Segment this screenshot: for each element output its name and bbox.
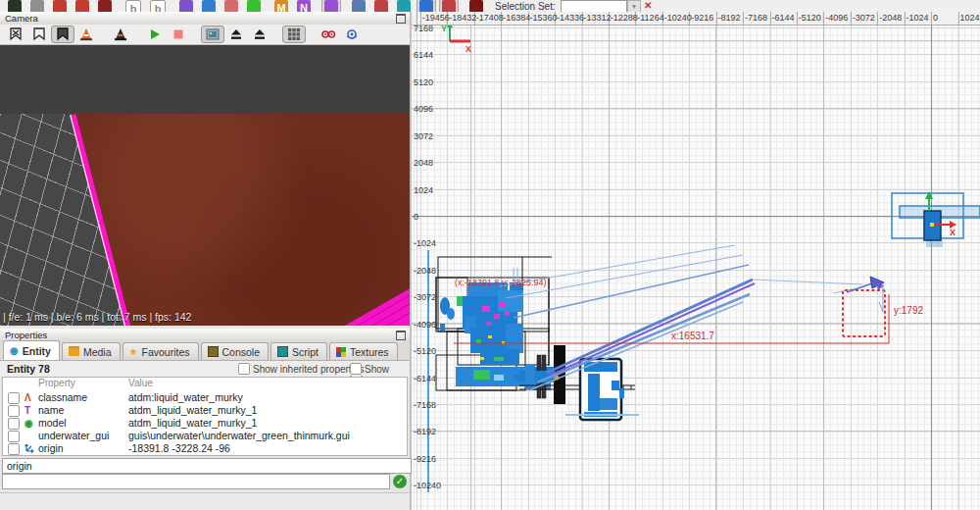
textures-icon (336, 347, 346, 357)
cone-start-button[interactable] (74, 26, 98, 43)
left-ruler-label: 1024 (414, 185, 433, 195)
svg-text:X: X (466, 44, 471, 54)
top-ruler-label: -14336 (557, 13, 584, 23)
top-ruler-label: -1024 (906, 13, 929, 23)
show-help-checkbox-box[interactable] (350, 363, 362, 375)
entity-header-label: Entity 78 (7, 363, 50, 375)
model-icon: ◉ (24, 418, 33, 429)
left-ruler-label: -8192 (414, 427, 436, 436)
ortho-2d-view[interactable]: Y X (412, 12, 980, 510)
selected-brush-outline[interactable] (843, 290, 885, 336)
stop-button[interactable] (167, 26, 190, 43)
properties-dock-icon[interactable] (396, 331, 406, 340)
property-row-name[interactable]: Tnameatdm_liquid_water_murky_1 (3, 404, 407, 417)
left-ruler-label: -7168 (414, 400, 436, 410)
left-ruler-label: -10240 (414, 481, 441, 490)
stereo-blue-icon (344, 26, 360, 42)
property-value-input[interactable] (2, 474, 390, 489)
row-checkbox[interactable] (8, 405, 20, 417)
machinery-cluster (514, 345, 639, 420)
origin-icon (24, 442, 35, 453)
camera-dock-icon[interactable] (396, 14, 406, 24)
stereo-red-icon (320, 26, 336, 42)
left-ruler-label: 3072 (414, 131, 433, 141)
entity-property-table: PropertyValueΛclassnameatdm:liquid_water… (2, 377, 408, 456)
property-row-classname[interactable]: Λclassnameatdm:liquid_water_murky (3, 391, 407, 404)
name-icon: T (24, 405, 30, 416)
top-ruler-label: -12288 (611, 13, 638, 23)
top-ruler-label: -3072 (853, 13, 875, 23)
show-inherited-checkbox-box[interactable] (238, 363, 250, 375)
property-value: atdm_liquid_water_murky_1 (128, 417, 257, 429)
properties-panel-titlebar: Properties (0, 329, 410, 342)
top-ruler-label: -19456 (422, 13, 450, 23)
left-ruler-label: 4096 (414, 104, 433, 114)
row-checkbox[interactable] (8, 418, 20, 430)
selection-set-clear-icon[interactable]: ✕ (644, 0, 652, 11)
top-ruler-label: -4096 (825, 13, 848, 23)
add-viewpoint-icon (8, 26, 24, 42)
camera-panel-title: Camera (5, 13, 38, 24)
measure-y-label: y:1792 (894, 305, 923, 316)
top-ruler-label: -8192 (718, 13, 741, 23)
cone-end-button[interactable] (109, 26, 132, 43)
property-value: atdm:liquid_water_murky (128, 391, 243, 403)
left-ruler-label: 7168 (414, 24, 433, 33)
tab-media[interactable]: Media (62, 342, 121, 360)
render-preview-button[interactable] (201, 26, 224, 43)
top-ruler-label: -7168 (745, 13, 767, 23)
left-panel-column: Camera | f/e: 1 ms | b/e: 6 ms | tot: 7 … (0, 12, 412, 510)
property-key-field[interactable]: origin (2, 458, 412, 474)
row-checkbox[interactable] (8, 431, 20, 442)
grid-toggle-button[interactable] (282, 26, 306, 43)
export-lights-button[interactable] (224, 26, 248, 43)
view-origin-gizmo: Y X (441, 22, 471, 54)
tab-favourites[interactable]: ★Favourites (122, 342, 199, 360)
stereo-blue-button[interactable] (340, 26, 364, 43)
row-checkbox[interactable] (8, 443, 20, 455)
row-checkbox[interactable] (8, 392, 20, 404)
tab-script[interactable]: Script (270, 342, 327, 360)
property-row-underwater_gui[interactable]: underwater_guiguis\underwater\underwater… (3, 430, 407, 442)
property-row-model[interactable]: ◉modelatdm_liquid_water_murky_1 (3, 417, 407, 430)
measure-start-label: (x:-18391.8 y:-2825.94) (455, 278, 547, 287)
properties-panel-title: Properties (5, 330, 47, 340)
tab-console[interactable]: Console (201, 342, 270, 360)
viewpoint-button[interactable] (27, 26, 51, 43)
viewpoint-active-icon (55, 26, 71, 42)
favourites-icon: ★ (129, 346, 138, 357)
play-button[interactable] (143, 26, 167, 43)
top-ruler-label: -18432 (449, 13, 476, 23)
export-models-button[interactable] (248, 26, 271, 43)
entity-header-row: Entity 78 Show inherited properties Show… (0, 361, 410, 377)
play-icon (147, 26, 163, 42)
tab-textures[interactable]: Textures (329, 342, 398, 360)
selection-set-label: Selection Set: (495, 1, 556, 12)
tab-entity[interactable]: ◉Entity (3, 340, 60, 360)
properties-tabbar: ◉EntityMedia★FavouritesConsoleScriptText… (0, 341, 410, 361)
top-ruler-label: -5120 (799, 13, 821, 23)
property-row-origin[interactable]: origin-18391.8 -3228.24 -96 (3, 442, 407, 455)
render-preview-icon (205, 26, 220, 42)
property-name: underwater_gui (38, 430, 109, 441)
property-value: -18391.8 -3228.24 -96 (128, 442, 230, 454)
left-ruler-label: -3072 (414, 292, 436, 302)
top-ruler-label: -13312 (583, 13, 611, 23)
show-inherited-checkbox[interactable]: Show inherited properties (238, 363, 364, 375)
media-icon (69, 348, 79, 356)
camera-3d-viewport[interactable]: | f/e: 1 ms | b/e: 6 ms | tot: 7 ms | fp… (0, 45, 410, 326)
confirm-value-button[interactable]: ✓ (393, 475, 407, 488)
script-icon (277, 346, 288, 357)
stereo-red-button[interactable] (317, 26, 340, 43)
viewpoint-active-button[interactable] (51, 26, 74, 43)
export-lights-icon (228, 26, 244, 42)
left-ruler-label: -1024 (414, 238, 436, 248)
left-ruler-label: -4096 (414, 320, 436, 330)
render-stats-text: | f/e: 1 ms | b/e: 6 ms | tot: 7 ms | fp… (3, 311, 191, 323)
console-icon (208, 346, 219, 357)
top-ruler: -19456-18432-17408-16384-15360-14336-133… (412, 12, 980, 26)
add-viewpoint-button[interactable] (4, 26, 27, 43)
left-ruler-label: 2048 (414, 158, 433, 168)
camera-panel-titlebar: Camera (0, 12, 410, 26)
selected-entity-gizmo[interactable]: X (892, 191, 980, 247)
